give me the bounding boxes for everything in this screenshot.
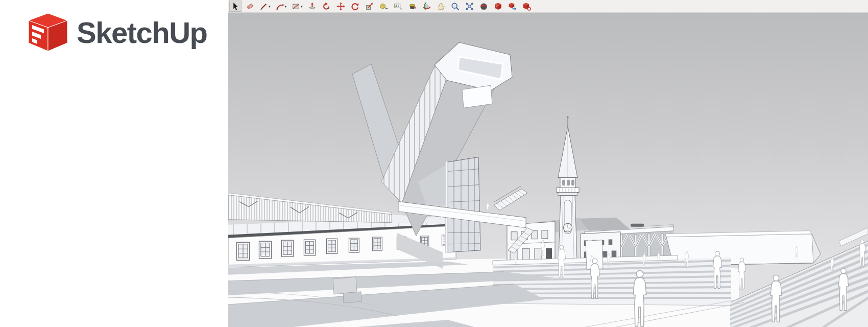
move-icon [336, 2, 345, 11]
follow-me-icon [322, 2, 331, 11]
tool-eraser[interactable]: ▾ [244, 1, 256, 12]
tool-pan[interactable]: ▾ [435, 1, 447, 12]
text-label-icon [394, 2, 402, 11]
tool-rotate[interactable]: ▾ [349, 1, 361, 12]
dropdown-caret-icon[interactable]: ▾ [301, 5, 303, 8]
screenshot-root: SketchUp ▾ ▾ ▾ ▾ ▾ [0, 0, 868, 327]
zoom-extents-icon [465, 2, 474, 11]
select-icon [231, 2, 240, 11]
paint-bucket-icon [408, 2, 417, 11]
tool-shapes[interactable]: ▾ [290, 1, 304, 12]
model-canvas[interactable] [228, 13, 868, 327]
magnifier-icon [451, 2, 460, 11]
tape-measure-icon [379, 2, 388, 11]
dropdown-caret-icon[interactable]: ▾ [269, 5, 271, 8]
pencil-icon [259, 2, 268, 11]
rooftop-object [631, 224, 644, 227]
dropdown-caret-icon[interactable]: ▾ [285, 5, 287, 8]
tool-arc[interactable]: ▾ [274, 1, 288, 12]
rotate-icon [351, 2, 359, 11]
tool-line[interactable]: ▾ [258, 1, 272, 12]
tool-text[interactable]: ▾ [392, 1, 404, 12]
tool-push-pull[interactable]: ▾ [306, 1, 319, 12]
tool-zoom-extents[interactable]: ▾ [464, 1, 476, 12]
planter-block [333, 277, 357, 294]
tool-orbit[interactable]: ▾ [421, 1, 433, 12]
send-to-layout-icon [522, 2, 531, 11]
tool-select[interactable]: ▾ [229, 1, 242, 12]
tool-follow-me[interactable]: ▾ [321, 1, 333, 12]
pan-hand-icon [437, 2, 445, 11]
tool-share-model[interactable]: ▾ [492, 1, 504, 12]
scale-icon [365, 2, 374, 11]
tool-zoom[interactable]: ▾ [449, 1, 462, 12]
sketchup-logo-text: SketchUp [77, 15, 207, 50]
share-component-icon [508, 2, 517, 11]
rectangle-icon [292, 2, 300, 11]
tool-move[interactable]: ▾ [335, 1, 347, 12]
rooftop-box [462, 85, 492, 108]
tool-send-to-layout[interactable]: ▾ [521, 1, 533, 12]
arc-icon [276, 2, 284, 11]
tool-share-component[interactable]: ▾ [507, 1, 519, 12]
sketchup-logo-icon [28, 13, 68, 51]
orbit-icon [422, 2, 431, 11]
warehouse-globe-icon [479, 2, 488, 11]
tool-3d-warehouse[interactable]: ▾ [478, 1, 490, 12]
share-model-icon [494, 2, 502, 11]
tool-paint-bucket[interactable]: ▾ [406, 1, 419, 12]
tool-scale[interactable]: ▾ [364, 1, 376, 12]
sketchup-logo: SketchUp [28, 13, 207, 51]
eraser-icon [246, 2, 254, 11]
tool-tape-measure[interactable]: ▾ [378, 1, 390, 12]
sketchup-viewport: ▾ ▾ ▾ ▾ ▾ ▾ ▾ [228, 0, 868, 327]
push-pull-icon [308, 2, 317, 11]
toolbar: ▾ ▾ ▾ ▾ ▾ ▾ ▾ [228, 0, 868, 13]
